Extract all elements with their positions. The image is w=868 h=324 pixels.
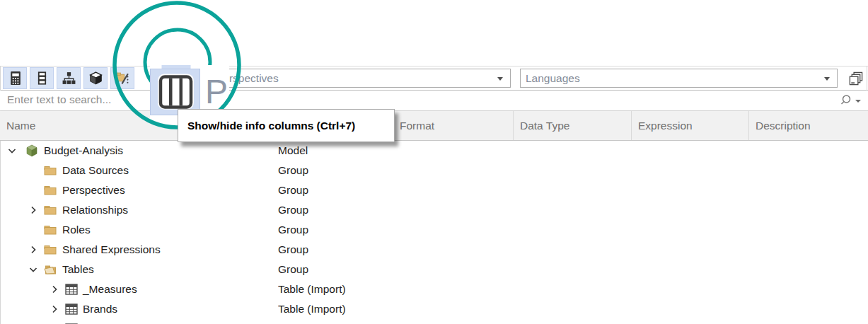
columns-view-button[interactable]	[30, 67, 54, 89]
model-tree: Budget-Analysis Model Data Sources Group…	[0, 141, 868, 324]
table-row[interactable]: Relationships Group	[0, 200, 868, 220]
object-icon	[44, 204, 57, 216]
table-row[interactable]: Shared Expressions Group	[0, 240, 868, 260]
object-icon	[44, 263, 57, 276]
expander-icon[interactable]	[48, 283, 61, 296]
column-header-data-type[interactable]: Data Type	[513, 111, 631, 140]
tooltip-text: Show/hide info columns (Ctrl+7)	[187, 120, 355, 132]
column-header-expression[interactable]: Expression	[631, 111, 748, 140]
hierarchy-icon	[62, 71, 76, 86]
search-input[interactable]	[6, 93, 645, 107]
table-row[interactable]: Roles Group	[0, 220, 868, 240]
object-type-cell: Model	[278, 144, 308, 157]
expander-icon[interactable]	[27, 263, 40, 276]
divider	[0, 66, 868, 66]
object-icon	[44, 164, 57, 177]
expander-icon[interactable]	[6, 144, 18, 157]
magnifier-icon[interactable]	[839, 94, 852, 107]
grid-header: NameFormatData TypeExpressionDescription	[0, 111, 868, 141]
rows-stack-icon	[35, 71, 50, 86]
perspectives-combobox-value: Perspectives	[216, 72, 279, 84]
filter-view-button[interactable]	[110, 67, 134, 89]
tabular-editor-window: Perspectives Languages NameFormatData Ty…	[0, 0, 868, 324]
table-row[interactable]: _Measures Table (Import)	[0, 279, 868, 299]
object-type-cell: Group	[278, 204, 308, 216]
object-icon	[44, 224, 57, 236]
object-type-cell: Group	[278, 263, 308, 276]
column-header-description[interactable]: Description	[748, 111, 868, 140]
expander-icon[interactable]	[27, 243, 40, 256]
hierarchies-view-button[interactable]	[57, 67, 81, 89]
table-row[interactable]: Perspectives Group	[0, 180, 868, 200]
expander-icon[interactable]	[27, 204, 40, 216]
object-icon	[65, 283, 78, 296]
object-icon	[65, 303, 78, 316]
table-row[interactable]: Data Sources Group	[0, 161, 868, 180]
object-icon	[44, 184, 57, 197]
object-type-cell: Table (Import)	[278, 283, 346, 296]
object-name: Brands	[83, 303, 117, 316]
cube-icon	[88, 71, 103, 86]
folder-filter-icon	[115, 71, 130, 86]
annotation-inner-circle	[145, 30, 210, 95]
languages-combobox[interactable]: Languages	[520, 69, 838, 88]
chevron-down-icon[interactable]	[497, 77, 503, 81]
object-name: Tables	[62, 263, 94, 276]
search-row	[0, 91, 868, 110]
object-type-cell: Group	[278, 224, 308, 236]
tooltip: Show/hide info columns (Ctrl+7)	[178, 109, 395, 142]
object-name: Relationships	[62, 204, 128, 216]
table-row[interactable]: Budget-Analysis Model	[0, 141, 868, 161]
search-options-chevron-icon[interactable]	[855, 100, 861, 103]
object-name: Shared Expressions	[62, 243, 161, 256]
object-name: _Measures	[83, 283, 137, 296]
chevron-down-icon[interactable]	[824, 77, 830, 81]
measures-view-button[interactable]	[3, 67, 27, 89]
calculator-icon	[8, 71, 23, 86]
perspectives-combobox[interactable]: Perspectives	[210, 69, 511, 88]
table-row[interactable]: Brands Table (Import)	[0, 299, 868, 319]
object-type-cell: Table (Import)	[278, 303, 346, 316]
object-type-cell: Group	[278, 184, 308, 197]
object-type-cell: Group	[278, 243, 308, 256]
table-row[interactable]: Tables Group	[0, 260, 868, 279]
column-header-format[interactable]: Format	[393, 111, 513, 140]
partitions-view-button[interactable]	[83, 67, 108, 89]
object-type-cell: Group	[278, 164, 308, 177]
languages-combobox-value: Languages	[526, 72, 580, 84]
expander-icon[interactable]	[48, 303, 61, 316]
object-icon	[25, 144, 38, 157]
table-row[interactable]	[0, 319, 868, 324]
cascade-windows-icon	[848, 71, 863, 86]
object-name: Roles	[62, 224, 91, 236]
object-icon	[44, 243, 57, 256]
object-name: Perspectives	[62, 184, 125, 197]
object-name: Data Sources	[62, 164, 129, 177]
cascade-windows-button[interactable]	[846, 69, 865, 88]
object-name: Budget-Analysis	[44, 144, 123, 157]
